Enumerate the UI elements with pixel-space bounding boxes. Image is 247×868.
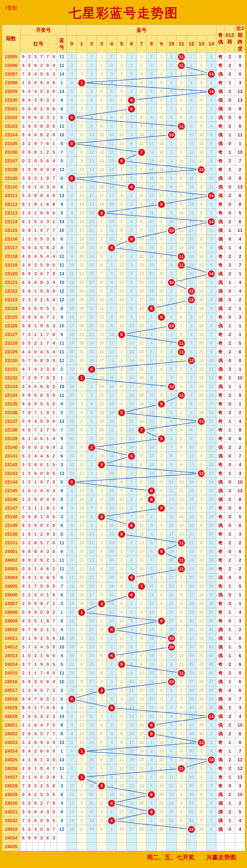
issue-cell: 23137 (2, 417, 20, 426)
trend-cell: 3 (166, 252, 176, 261)
col-kua: 近2期跨度 (235, 25, 245, 53)
issue-cell: 24016 (2, 678, 20, 686)
trend-cell: 11 (77, 469, 87, 478)
red-digit: 3 (38, 834, 45, 842)
trend-cell: 17 (117, 304, 127, 313)
red-digit: 0 (26, 599, 32, 608)
trend-cell: 13 (67, 808, 77, 816)
red-digit: 2 (20, 296, 26, 304)
issue-cell: 24001 (2, 547, 20, 556)
table-row: 231015662986737777677775772偶08 (2, 104, 245, 113)
r012-cell: 0 (225, 235, 235, 244)
trend-cell: 11 (67, 270, 77, 278)
qiou-cell: 奇 (216, 417, 225, 426)
red-digit: 3 (45, 217, 51, 226)
trend-cell: 3 (77, 104, 87, 113)
trend-cell: 8 (117, 400, 127, 408)
red-digit: 8 (32, 513, 39, 521)
red-digit: 0 (26, 252, 32, 261)
trend-cell: 6 (176, 313, 186, 321)
red-digit: 6 (26, 730, 32, 738)
r012-cell: 1 (225, 747, 235, 755)
table-row: 240262610471182379712202141710114731奇212 (2, 764, 245, 773)
trend-cell: 23 (186, 244, 196, 252)
trend-cell: 1 (186, 365, 196, 374)
blue-digit: 11 (57, 391, 67, 400)
red-digit: 5 (20, 825, 26, 834)
col-n12: 12 (186, 35, 196, 53)
trend-cell: 13 (166, 495, 176, 504)
trend-cell: 7 (77, 669, 87, 678)
red-digit: 0 (38, 825, 45, 834)
red-digit: 3 (26, 330, 32, 339)
red-digit: 4 (38, 643, 45, 651)
trend-cell: 10 (137, 513, 146, 521)
trend-cell: 21 (127, 417, 137, 426)
trend-cell: 29 (206, 521, 216, 530)
red-digit: 0 (26, 651, 32, 660)
trend-cell: 10 (137, 131, 146, 140)
r012-cell: 2 (225, 721, 235, 730)
trend-cell: 8 (186, 426, 196, 434)
red-digit: 4 (26, 695, 32, 704)
kua-cell: 4 (235, 816, 245, 825)
trend-cell: 1 (166, 391, 176, 400)
trend-cell: 8 (117, 226, 127, 235)
trend-cell (77, 834, 87, 842)
issue-cell: 23126 (2, 321, 20, 330)
trend-cell: 23 (137, 348, 146, 356)
trend-cell: 26 (196, 391, 207, 400)
blue-digit: 12 (57, 356, 67, 365)
trend-cell: 3 (97, 686, 107, 695)
red-digit: 3 (51, 530, 57, 538)
issue-cell: 23100 (2, 96, 20, 104)
trend-cell: 14 (206, 217, 216, 226)
red-digit: 4 (32, 434, 39, 443)
trend-cell: 2 (157, 61, 166, 70)
blue-digit: 12 (57, 825, 67, 834)
trend-cell: 10 (166, 278, 176, 287)
kua-cell: 7 (235, 157, 245, 165)
issue-cell: 23115 (2, 226, 20, 235)
trend-cell: 5 (77, 651, 87, 660)
trend-cell: 8 (206, 157, 216, 165)
trend-cell: 6 (176, 174, 186, 183)
trend-cell: 9 (166, 209, 176, 217)
kua-cell: 7 (235, 747, 245, 755)
trend-cell: 28 (87, 686, 97, 695)
trend-cell: 10 (186, 131, 196, 140)
trend-cell: 2 (107, 643, 117, 651)
red-digit: 7 (51, 730, 57, 738)
trend-cell: 34 (107, 538, 117, 547)
r012-cell: 2 (225, 191, 235, 200)
kua-cell: 5 (235, 643, 245, 651)
trend-cell: 10 (67, 782, 77, 790)
trend-cell: 24 (127, 443, 137, 452)
trend-cell: 14 (87, 165, 97, 174)
trend-cell: 0 (67, 478, 77, 487)
trend-cell: 5 (206, 261, 216, 270)
trend-cell: 3 (206, 738, 216, 747)
trend-cell: 5 (117, 87, 127, 96)
r012-cell: 2 (225, 391, 235, 400)
trend-cell: 7 (137, 643, 146, 651)
trend-cell: 2 (166, 400, 176, 408)
trend-cell: 4 (176, 599, 186, 608)
trend-cell: 11 (166, 478, 176, 487)
trend-cell: 1 (127, 530, 137, 538)
trend-cell: 9 (146, 382, 157, 391)
trend-cell: 5 (67, 87, 77, 96)
trend-cell: 21 (77, 556, 87, 565)
qiou-cell: 偶 (216, 226, 225, 235)
trend-cell: 7 (196, 104, 207, 113)
kua-cell: 0 (235, 356, 245, 365)
trend-cell: 3 (146, 521, 157, 530)
r012-cell: 0 (225, 209, 235, 217)
qiou-cell: 奇 (216, 538, 225, 547)
red-digit: 4 (45, 704, 51, 712)
red-digit: 0 (32, 374, 39, 382)
trend-cell: 10 (87, 530, 97, 538)
blue-digit: 3 (57, 209, 67, 217)
red-digit: 6 (32, 816, 39, 825)
red-digit: 7 (20, 504, 26, 513)
